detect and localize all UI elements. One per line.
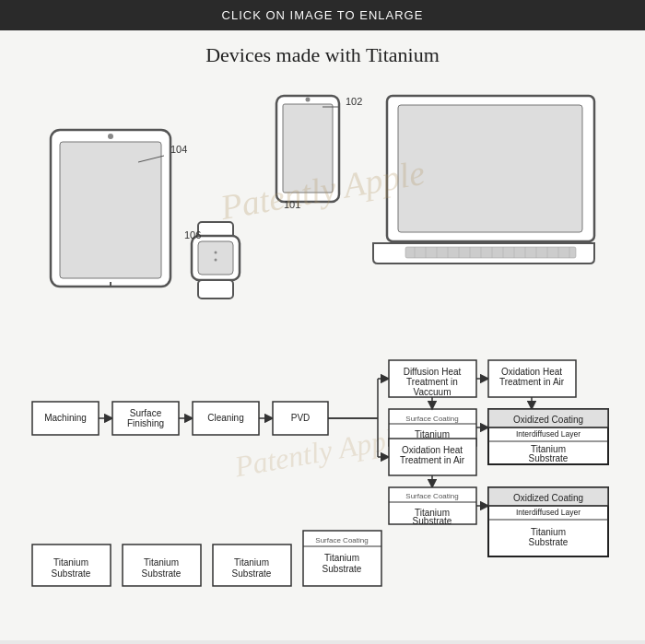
svg-point-3 <box>108 134 113 139</box>
svg-rect-1 <box>60 142 161 278</box>
svg-text:Substrate: Substrate <box>232 568 272 579</box>
svg-text:PVD: PVD <box>291 413 311 423</box>
svg-rect-13 <box>398 105 582 232</box>
svg-text:Titanium: Titanium <box>234 557 269 568</box>
svg-text:Substrate: Substrate <box>52 568 91 579</box>
page-title: Devices made with Titanium <box>28 30 617 75</box>
svg-text:Oxidized Coating: Oxidized Coating <box>513 493 583 503</box>
svg-text:Treatment in Air: Treatment in Air <box>499 377 565 387</box>
svg-text:Interdiffused Layer: Interdiffused Layer <box>516 508 580 517</box>
top-bar[interactable]: CLICK ON IMAGE TO ENLARGE <box>0 0 645 30</box>
enlarge-label: CLICK ON IMAGE TO ENLARGE <box>222 8 424 22</box>
svg-text:Substrate: Substrate <box>529 453 569 463</box>
svg-point-8 <box>306 98 311 102</box>
devices-area: Patently Apple 104 102 101 <box>28 75 617 305</box>
svg-text:Oxidation Heat: Oxidation Heat <box>501 367 562 377</box>
svg-text:Substrate: Substrate <box>322 564 362 574</box>
svg-text:Diffusion Heat: Diffusion Heat <box>404 367 462 377</box>
svg-text:Substrate: Substrate <box>413 516 452 526</box>
svg-text:Finishing: Finishing <box>127 418 164 428</box>
main-content: Devices made with Titanium Patently Appl… <box>0 30 645 640</box>
svg-rect-7 <box>283 104 333 193</box>
svg-text:Vaccuum: Vaccuum <box>414 387 452 397</box>
svg-text:Treatment in: Treatment in <box>406 377 458 387</box>
svg-text:Surface Coating: Surface Coating <box>315 536 368 544</box>
svg-text:Titanium: Titanium <box>324 553 359 563</box>
svg-point-34 <box>215 252 217 254</box>
svg-rect-14 <box>405 247 576 258</box>
devices-svg: 104 102 101 <box>28 75 617 305</box>
svg-text:Substrate: Substrate <box>142 568 182 579</box>
svg-text:104: 104 <box>170 144 187 155</box>
svg-text:Surface Coating: Surface Coating <box>405 415 458 423</box>
svg-text:102: 102 <box>346 96 362 107</box>
svg-text:Titanium: Titanium <box>53 557 88 568</box>
svg-text:Titanium: Titanium <box>144 557 179 568</box>
svg-rect-33 <box>198 241 233 275</box>
svg-text:Interdiffused Layer: Interdiffused Layer <box>516 429 580 439</box>
process-svg: Patently Apple Machining Surface Finishi… <box>28 310 617 614</box>
svg-text:106: 106 <box>184 229 201 240</box>
svg-text:Machining: Machining <box>44 413 87 423</box>
process-area: Patently Apple Machining Surface Finishi… <box>28 305 617 626</box>
svg-point-35 <box>215 259 217 262</box>
svg-text:Substrate: Substrate <box>529 537 569 547</box>
svg-text:Surface Coating: Surface Coating <box>405 492 458 500</box>
svg-text:Oxidized Coating: Oxidized Coating <box>513 415 583 425</box>
svg-text:Surface: Surface <box>130 408 162 418</box>
svg-text:Titanium: Titanium <box>531 527 566 537</box>
svg-text:Treatment in Air: Treatment in Air <box>400 455 465 465</box>
svg-text:Cleaning: Cleaning <box>207 413 243 423</box>
svg-rect-36 <box>198 280 233 299</box>
svg-text:101: 101 <box>284 199 300 210</box>
svg-text:Oxidation Heat: Oxidation Heat <box>402 445 463 455</box>
